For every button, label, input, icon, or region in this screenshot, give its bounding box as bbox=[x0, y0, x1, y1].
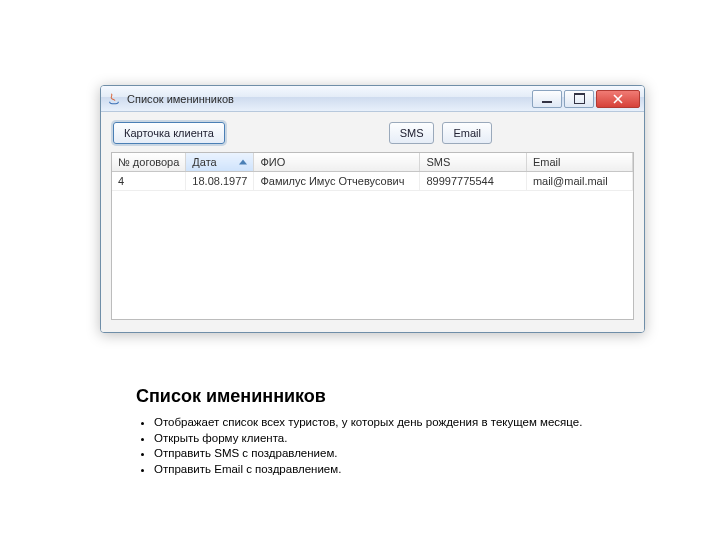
maximize-button[interactable] bbox=[564, 90, 594, 108]
col-header-email[interactable]: Email bbox=[526, 153, 632, 172]
client-card-button[interactable]: Карточка клиента bbox=[113, 122, 225, 144]
toolbar: Карточка клиента SMS Email bbox=[107, 118, 638, 152]
window-title: Список именинников bbox=[127, 93, 524, 105]
close-button[interactable] bbox=[596, 90, 640, 108]
list-item: Отправить SMS с поздравлением. bbox=[154, 446, 616, 462]
birthdays-table: № договора Дата ФИО SMS Email 4 bbox=[111, 152, 634, 320]
cell-contract: 4 bbox=[112, 172, 186, 191]
col-header-fio[interactable]: ФИО bbox=[254, 153, 420, 172]
sort-asc-icon bbox=[239, 160, 247, 165]
client-area: Карточка клиента SMS Email № договора Да… bbox=[101, 112, 644, 332]
cell-fio: Фамилус Имус Отчевусович bbox=[254, 172, 420, 191]
app-window: Список именинников Карточка клиента SMS … bbox=[100, 85, 645, 333]
cell-sms: 89997775544 bbox=[420, 172, 526, 191]
table-row[interactable]: 4 18.08.1977 Фамилус Имус Отчевусович 89… bbox=[112, 172, 633, 191]
col-header-date[interactable]: Дата bbox=[186, 153, 254, 172]
cell-email: mail@mail.mail bbox=[526, 172, 632, 191]
table-header-row: № договора Дата ФИО SMS Email bbox=[112, 153, 633, 172]
list-item: Открыть форму клиента. bbox=[154, 431, 616, 447]
slide-title: Список именинников bbox=[136, 386, 616, 407]
list-item: Отправить Email с поздравлением. bbox=[154, 462, 616, 478]
window-buttons bbox=[530, 90, 640, 108]
titlebar[interactable]: Список именинников bbox=[101, 86, 644, 112]
minimize-button[interactable] bbox=[532, 90, 562, 108]
sms-button[interactable]: SMS bbox=[389, 122, 435, 144]
java-icon bbox=[107, 92, 121, 106]
email-button[interactable]: Email bbox=[442, 122, 492, 144]
col-header-contract[interactable]: № договора bbox=[112, 153, 186, 172]
slide-bullets: Отображает список всех туристов, у котор… bbox=[136, 415, 616, 477]
list-item: Отображает список всех туристов, у котор… bbox=[154, 415, 616, 431]
cell-date: 18.08.1977 bbox=[186, 172, 254, 191]
col-header-sms[interactable]: SMS bbox=[420, 153, 526, 172]
slide-description: Список именинников Отображает список все… bbox=[136, 386, 616, 477]
col-header-date-label: Дата bbox=[192, 156, 216, 168]
